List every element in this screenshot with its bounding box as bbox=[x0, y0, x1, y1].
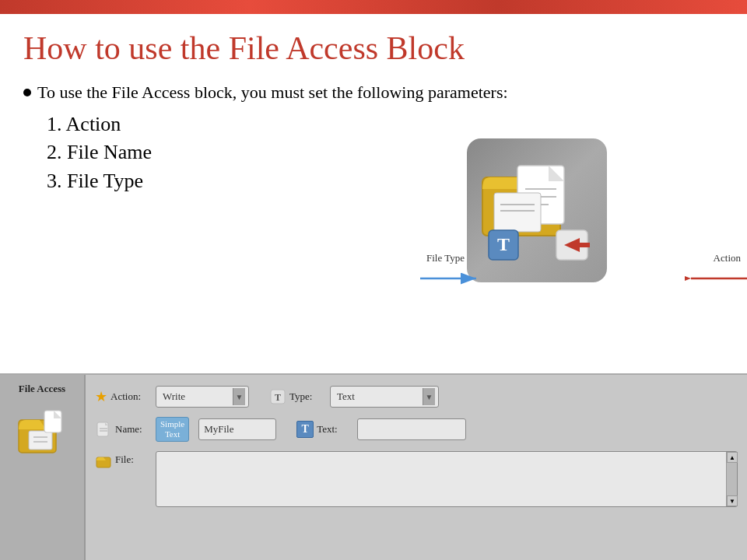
intro-text: To use the File Access block, you must s… bbox=[37, 82, 508, 103]
fa-name-label: Name: bbox=[115, 423, 142, 436]
step-3-text: File Type bbox=[67, 170, 143, 192]
bullet-dot bbox=[23, 89, 31, 96]
fa-name-label-group: Name: bbox=[95, 421, 149, 438]
fa-text-label-group: T Text: bbox=[296, 421, 351, 438]
fa-file-label: File: bbox=[115, 453, 134, 466]
fa-type-arrow[interactable]: ▼ bbox=[423, 388, 435, 405]
arrow-right bbox=[420, 271, 482, 286]
step-2-text: File Name bbox=[67, 141, 152, 163]
top-decorative-bar bbox=[0, 0, 747, 14]
fa-action-value: Write bbox=[160, 390, 233, 403]
doc-icon bbox=[95, 421, 112, 438]
file-access-panel: File Access ★ Action: Write ▼ bbox=[0, 373, 747, 560]
fa-row-action: ★ Action: Write ▼ T Type: Text ▼ bbox=[95, 383, 738, 411]
t-icon: T bbox=[296, 421, 314, 438]
fa-sidebar-icon bbox=[15, 404, 69, 459]
arrow-left bbox=[685, 271, 747, 286]
block-icon: T bbox=[467, 138, 607, 282]
label-file-type: File Type bbox=[426, 252, 465, 264]
fa-sidebar-label: File Access bbox=[19, 383, 65, 395]
fa-action-arrow[interactable]: ▼ bbox=[233, 388, 245, 405]
fa-scrollbar-up[interactable]: ▲ bbox=[727, 452, 738, 463]
fa-sidebar: File Access bbox=[0, 375, 86, 560]
fa-type-select[interactable]: Text ▼ bbox=[330, 386, 439, 408]
fa-text-input[interactable] bbox=[357, 418, 466, 440]
svg-text:T: T bbox=[497, 234, 510, 254]
svg-rect-19 bbox=[44, 411, 61, 432]
svg-rect-16 bbox=[29, 431, 52, 450]
block-icon-svg: T bbox=[475, 146, 599, 275]
fa-action-select[interactable]: Write ▼ bbox=[156, 386, 249, 408]
svg-text:T: T bbox=[275, 392, 281, 403]
fa-type-label: Type: bbox=[289, 390, 312, 403]
fa-name-input[interactable]: MyFile bbox=[198, 418, 276, 440]
simple-text-badge: SimpleText bbox=[156, 417, 189, 442]
file-type-icon: T bbox=[269, 388, 286, 405]
intro-bullet: To use the File Access block, you must s… bbox=[23, 82, 724, 103]
fa-type-value: Text bbox=[334, 390, 423, 403]
fa-action-label: Action: bbox=[110, 390, 141, 403]
step-1-text: Action bbox=[66, 113, 121, 135]
step-3-number: 3. bbox=[47, 170, 67, 192]
folder-icon bbox=[95, 451, 112, 468]
fa-file-area: ▲ ▼ bbox=[156, 451, 738, 507]
block-icon-bg: T bbox=[467, 138, 607, 282]
diagram-area: T File Type Action bbox=[420, 138, 747, 310]
fa-row-name: Name: SimpleText MyFile T Text: bbox=[95, 415, 738, 443]
fa-type-label-group: T Type: bbox=[269, 388, 324, 405]
intro-section: To use the File Access block, you must s… bbox=[23, 82, 724, 103]
fa-text-label: Text: bbox=[317, 423, 338, 436]
fa-main: ★ Action: Write ▼ T Type: Text ▼ bbox=[86, 375, 747, 560]
star-icon: ★ bbox=[95, 388, 107, 405]
fa-row-file: File: ▲ ▼ bbox=[95, 448, 738, 510]
step-1: 1. Action bbox=[47, 110, 724, 138]
fa-action-label-group: ★ Action: bbox=[95, 388, 149, 405]
step-2-number: 2. bbox=[47, 141, 67, 163]
svg-rect-5 bbox=[494, 193, 541, 232]
label-action: Action bbox=[714, 252, 741, 264]
fa-scrollbar-down[interactable]: ▼ bbox=[727, 495, 738, 506]
step-1-number: 1. bbox=[47, 113, 66, 135]
fa-file-label-group: File: bbox=[95, 451, 149, 468]
page-title: How to use the File Access Block bbox=[23, 30, 724, 67]
fa-file-scrollbar[interactable]: ▲ ▼ bbox=[726, 452, 737, 506]
